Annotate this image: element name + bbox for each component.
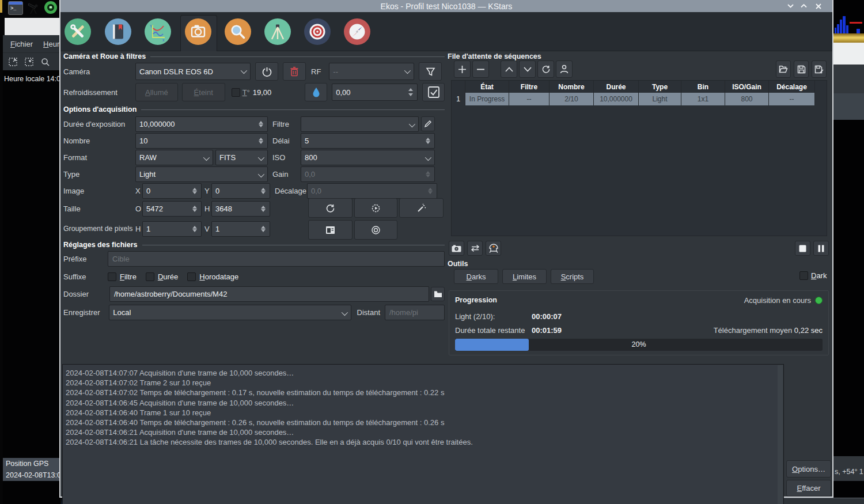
browse-directory-button[interactable]: [431, 287, 445, 301]
observer-button[interactable]: [556, 60, 573, 78]
maximize-icon[interactable]: [799, 1, 809, 11]
reset-frame-button[interactable]: [308, 198, 353, 218]
analyze-module-icon[interactable]: Yx: [145, 18, 171, 45]
show-preview-button[interactable]: [308, 220, 353, 240]
move-down-button[interactable]: [519, 60, 536, 78]
encoding-select[interactable]: FITS: [215, 150, 268, 165]
cooler-on-button[interactable]: Allumé: [135, 83, 178, 101]
width-spinbox[interactable]: 5472: [142, 201, 202, 217]
filter-select[interactable]: [301, 116, 419, 132]
camera-power-button[interactable]: [255, 62, 278, 81]
kstars-background-window: Fichier Heure Heure locale 14:0 Position…: [0, 0, 59, 504]
filterwheel-filter-button[interactable]: [419, 62, 442, 81]
camera-trash-button[interactable]: [283, 62, 306, 81]
filter-edit-button[interactable]: [421, 116, 435, 131]
exposure-spinbox[interactable]: 10,000000: [135, 116, 268, 132]
loop-button[interactable]: [467, 241, 483, 256]
prefix-input[interactable]: [108, 251, 445, 267]
focus-module-icon[interactable]: [225, 18, 251, 45]
format-select[interactable]: RAW: [135, 150, 213, 165]
queue-toolbar-right: [776, 60, 827, 78]
type-select[interactable]: Light: [135, 166, 268, 182]
open-sequence-button[interactable]: [776, 60, 791, 78]
search-icon[interactable]: [40, 57, 50, 67]
menu-fichier[interactable]: Fichier: [10, 40, 33, 48]
setpoint-spinbox[interactable]: 0,00: [332, 84, 418, 101]
count-label: Nombre: [63, 137, 135, 145]
mount-module-icon[interactable]: [264, 18, 291, 45]
delay-label: Délai: [272, 137, 301, 145]
log-line: 2024-02-08T14:07:02 Trame 2 sur 10 reçue: [66, 378, 783, 388]
shade-icon[interactable]: [786, 1, 795, 11]
camera-select[interactable]: Canon DSLR EOS 6D: [135, 63, 251, 80]
sky-map-fragment: [3, 70, 59, 504]
observatory-button[interactable]: [486, 241, 501, 256]
height-spinbox[interactable]: 3648: [211, 201, 270, 217]
bin-v-spinbox[interactable]: 1: [211, 221, 270, 237]
scripts-button[interactable]: Scripts: [551, 269, 594, 284]
guide-module-icon[interactable]: [304, 18, 331, 45]
window-title: Ekos - Profil test Nico1038 — KStars: [381, 2, 513, 11]
sequence-table[interactable]: État Filtre Nombre Durée Type Bin ISO/Ga…: [451, 80, 827, 236]
setup-module-icon[interactable]: [65, 18, 91, 45]
terminal-icon[interactable]: [8, 1, 23, 15]
save-sequence-as-button[interactable]: [812, 60, 827, 78]
cooling-setpoint-button[interactable]: [305, 83, 327, 101]
limits-button[interactable]: Limites: [502, 269, 547, 284]
start-framing-button[interactable]: [449, 241, 464, 256]
clear-log-button[interactable]: Effacer: [786, 480, 831, 497]
move-up-button[interactable]: [501, 60, 517, 78]
bin-h-label: H: [135, 225, 142, 233]
camera-section-header: Caméra et Roue à filtres: [63, 52, 445, 60]
remove-job-button[interactable]: [472, 60, 489, 78]
remote-directory-input[interactable]: [385, 305, 445, 320]
cooler-off-button[interactable]: Éteint: [182, 83, 225, 101]
save-mode-select[interactable]: Local: [109, 305, 351, 320]
wand-button[interactable]: [399, 198, 444, 218]
scheduler-module-icon[interactable]: [105, 18, 131, 45]
capture-module-icon[interactable]: [185, 18, 211, 45]
count-spinbox[interactable]: 10: [135, 133, 268, 149]
log-view[interactable]: 2024-02-08T14:07:07 Acquisition d'une tr…: [62, 364, 784, 504]
add-job-button[interactable]: [454, 60, 471, 78]
telescope-icon[interactable]: [26, 0, 41, 15]
bin-h-spinbox[interactable]: 1: [142, 221, 202, 237]
filterwheel-label: RF: [311, 67, 321, 76]
gain-spinbox[interactable]: 0,0: [301, 166, 435, 182]
suffix-duration-checkbox[interactable]: [146, 272, 154, 281]
kstars-logo-icon[interactable]: [44, 1, 58, 14]
temperature-value: 19,00: [253, 88, 272, 97]
temperature-checkbox[interactable]: [232, 88, 240, 97]
size-label: Taille: [63, 204, 135, 213]
suffix-timestamp-checkbox[interactable]: [187, 272, 196, 281]
align-module-icon[interactable]: [344, 18, 370, 45]
progress-percent-label: 20%: [455, 340, 823, 348]
log-scrollbar[interactable]: [778, 365, 783, 504]
pause-button[interactable]: [813, 241, 829, 256]
width-label: O: [135, 204, 142, 213]
reset-queue-button[interactable]: [537, 60, 554, 78]
options-button[interactable]: Options…: [786, 460, 831, 478]
dark-checkbox[interactable]: [799, 271, 808, 280]
close-icon[interactable]: [813, 1, 823, 11]
remaining-label: Durée totale restante: [455, 326, 525, 335]
x-spinbox[interactable]: 0: [142, 183, 202, 199]
darks-button[interactable]: Darks: [454, 269, 498, 284]
iso-select[interactable]: 800: [301, 150, 435, 165]
titlebar[interactable]: Ekos - Profil test Nico1038 — KStars: [60, 0, 832, 12]
cooling-toggle-checked-button[interactable]: [422, 83, 445, 101]
stop-button[interactable]: [795, 241, 810, 256]
delay-spinbox[interactable]: 5: [301, 133, 435, 149]
save-sequence-button[interactable]: [794, 60, 809, 78]
table-row[interactable]: 1 In Progress -- 2/10 10,000000 Light 1x…: [452, 93, 827, 105]
directory-input[interactable]: [109, 286, 429, 302]
capture-preview-button[interactable]: [354, 198, 397, 218]
zoom-in-icon[interactable]: [8, 57, 18, 67]
offset-spinbox[interactable]: 0,0: [307, 183, 437, 199]
suffix-filter-checkbox[interactable]: [108, 272, 116, 281]
zoom-out-icon[interactable]: [24, 57, 34, 67]
live-video-button[interactable]: [354, 220, 397, 240]
filterwheel-select[interactable]: --: [329, 63, 414, 80]
y-spinbox[interactable]: 0: [211, 183, 270, 199]
background-window-fragment: [5, 18, 59, 35]
